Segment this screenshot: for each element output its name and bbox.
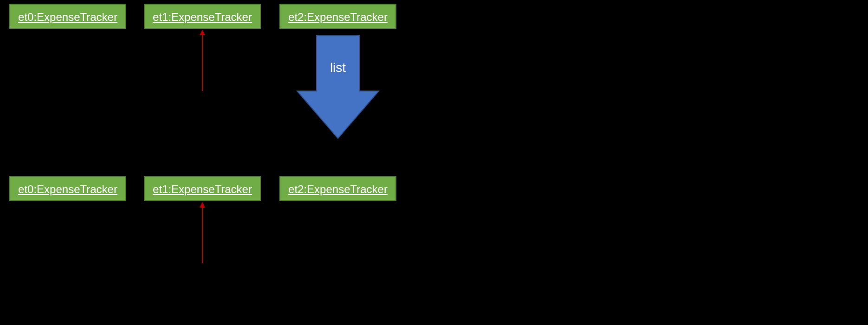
red-arrow-head-top-icon — [200, 30, 205, 35]
big-down-arrow-icon — [295, 33, 381, 140]
big-arrow-label: list — [295, 60, 381, 75]
object-box-et0-bottom: et0:ExpenseTracker — [9, 176, 126, 201]
object-box-et0-top: et0:ExpenseTracker — [9, 4, 126, 29]
object-box-et2-bottom: et2:ExpenseTracker — [279, 176, 396, 201]
red-arrow-line-top-icon — [202, 35, 203, 91]
object-box-et1-bottom: et1:ExpenseTracker — [144, 176, 261, 201]
red-arrow-line-bottom-icon — [202, 208, 203, 263]
object-box-et2-top: et2:ExpenseTracker — [279, 4, 396, 29]
red-arrow-head-bottom-icon — [200, 202, 205, 208]
object-box-et1-top: et1:ExpenseTracker — [144, 4, 261, 29]
